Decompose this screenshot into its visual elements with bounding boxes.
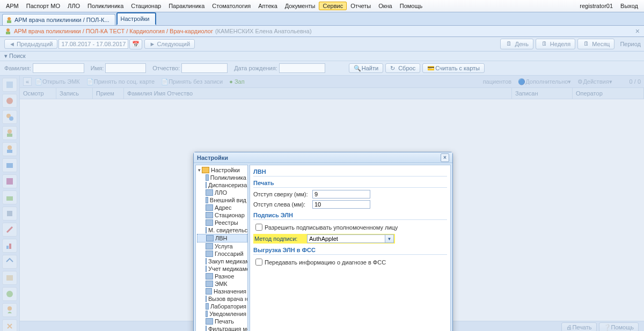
tool-icon-13[interactable] <box>2 271 17 285</box>
tab-settings[interactable]: Настройки <box>116 12 156 25</box>
dob-input[interactable] <box>279 63 325 73</box>
menu-arm[interactable]: АРМ <box>2 2 23 10</box>
collapse-icon[interactable]: « <box>23 77 32 86</box>
settings-tree[interactable]: НастройкиПоликлиникаДиспансеризация/ГЛЛО… <box>195 165 248 331</box>
tree-item[interactable]: Разное <box>197 273 247 280</box>
tree-item[interactable]: ЛВН <box>197 234 247 242</box>
tool-icon-12[interactable] <box>2 255 17 269</box>
chevron-down-icon[interactable]: ▼ <box>385 234 394 243</box>
tool-icon-3[interactable] <box>2 110 17 124</box>
tree-item[interactable]: Стационар <box>197 211 247 219</box>
view-day[interactable]: 🗓День <box>500 39 533 49</box>
next-button[interactable]: ► Следующий <box>144 39 195 49</box>
modal-titlebar[interactable]: Настройки × <box>194 152 452 163</box>
form-icon <box>206 243 213 249</box>
col-operator[interactable]: Оператор <box>573 88 644 99</box>
prev-button[interactable]: ◄ Предыдущий <box>4 39 57 49</box>
more-button[interactable]: 🔵 Дополнительно ▾ <box>518 78 571 85</box>
close-icon[interactable]: × <box>441 153 449 162</box>
col-osmotr[interactable]: Осмотр <box>20 88 56 99</box>
accept-noreg-button[interactable]: 📄 Принять без записи <box>161 78 223 85</box>
tool-icon-4[interactable] <box>2 126 17 140</box>
menu-documents[interactable]: Документы <box>281 2 319 10</box>
search-header[interactable]: ▾ Поиск <box>0 52 644 61</box>
menu-passport[interactable]: Паспорт МО <box>23 2 64 10</box>
tree-item[interactable]: Поликлиника <box>197 174 247 181</box>
close-icon[interactable]: × <box>635 27 640 35</box>
tree-item[interactable]: Реестры <box>197 219 247 226</box>
tree-item[interactable]: М. свидетельства <box>197 226 247 234</box>
tool-icon-5[interactable] <box>2 142 17 156</box>
menu-llo[interactable]: ЛЛО <box>64 2 84 10</box>
find-button[interactable]: 🔍Найти <box>349 63 383 73</box>
tree-item[interactable]: Внешний вид <box>197 196 247 204</box>
tool-icon-11[interactable] <box>2 239 17 253</box>
otch-input[interactable] <box>181 63 228 73</box>
tree-item[interactable]: Закуп медикаменто <box>197 258 247 265</box>
tab-arm[interactable]: АРМ врача поликлиники / ПОЛ-К... <box>2 14 115 25</box>
col-priem[interactable]: Прием <box>93 88 124 99</box>
menu-service[interactable]: Сервис <box>319 2 347 10</box>
calendar-icon[interactable]: 📅 <box>129 39 142 49</box>
svg-rect-15 <box>7 211 12 216</box>
fam-input[interactable] <box>33 63 84 73</box>
tree-item[interactable]: Печать <box>197 318 247 325</box>
form-icon <box>206 303 209 310</box>
tool-icon-10[interactable] <box>2 223 17 237</box>
tree-item[interactable]: Услуга <box>197 242 247 250</box>
print-button[interactable]: 🖨 Печать <box>561 322 596 331</box>
tool-icon-16[interactable] <box>2 319 17 331</box>
tree-item[interactable]: Лаборатория <box>197 303 247 310</box>
exit-button[interactable]: Выход <box>617 2 642 10</box>
menu-help[interactable]: Помощь <box>396 2 427 10</box>
top-offset-input[interactable] <box>312 190 370 198</box>
tree-item[interactable]: Уведомления <box>197 310 247 318</box>
tree-item[interactable]: Фильтрация мед. п <box>197 325 247 331</box>
tree-item[interactable]: Глоссарий <box>197 250 247 258</box>
open-emk-button[interactable]: 📄 Открыть ЭМК <box>35 78 80 85</box>
name-input[interactable] <box>105 63 146 73</box>
tool-icon-14[interactable] <box>2 287 17 301</box>
menu-polyclinic[interactable]: Поликлиника <box>84 2 127 10</box>
tree-item[interactable]: Учет медикаменто <box>197 265 247 273</box>
menu-dental[interactable]: Стоматология <box>208 2 254 10</box>
form-icon <box>206 326 207 331</box>
form-icon <box>206 273 213 279</box>
reset-button[interactable]: ↻Сброс <box>385 63 420 73</box>
help-button[interactable]: ❔ Помощь <box>599 322 639 332</box>
left-offset-input[interactable] <box>312 200 370 209</box>
tree-item[interactable]: ЛЛО <box>197 189 247 196</box>
date-range-input[interactable] <box>58 39 128 49</box>
tree-item[interactable]: Назначения <box>197 288 247 295</box>
sign-method-select[interactable] <box>307 234 385 243</box>
menu-paraclinic[interactable]: Параклиника <box>165 2 208 10</box>
tree-root[interactable]: Настройки <box>197 166 247 174</box>
tool-icon-2[interactable] <box>2 94 17 108</box>
date-toolbar: ◄ Предыдущий 📅 ► Следующий 🗓День 🗓Неделя… <box>0 37 644 52</box>
tool-icon-9[interactable] <box>2 207 17 220</box>
tree-item[interactable]: Адрес <box>197 204 247 211</box>
accept-card-button[interactable]: 📄 Принять по соц. карте <box>86 78 155 85</box>
view-week[interactable]: 🗓Неделя <box>536 39 575 49</box>
tool-icon-6[interactable] <box>2 158 17 172</box>
tree-item[interactable]: Диспансеризация/Г <box>197 181 247 189</box>
readcard-button[interactable]: 💳Считать с карты <box>422 63 485 73</box>
section-lvn: ЛВН <box>253 168 447 176</box>
col-fio[interactable]: Фамилия Имя Отчество <box>124 88 512 99</box>
tool-icon-7[interactable] <box>2 174 17 188</box>
tree-item[interactable]: ЭМК <box>197 280 247 288</box>
menu-pharmacy[interactable]: Аптека <box>254 2 281 10</box>
menu-hospital[interactable]: Стационар <box>127 2 165 10</box>
tool-icon-15[interactable] <box>2 303 17 317</box>
fss-diag-checkbox[interactable] <box>255 259 262 266</box>
col-zapis[interactable]: Запись <box>56 88 93 99</box>
tool-icon-8[interactable] <box>2 190 17 204</box>
view-month[interactable]: 🗓Месяц <box>577 39 614 49</box>
tool-icon-1[interactable] <box>2 78 17 92</box>
allow-sign-checkbox[interactable] <box>255 224 262 231</box>
menu-windows[interactable]: Окна <box>375 2 396 10</box>
tree-item[interactable]: Вызов врача на до <box>197 295 247 303</box>
actions-button[interactable]: ⚙ Действия ▾ <box>577 78 612 85</box>
menu-reports[interactable]: Отчеты <box>347 2 375 10</box>
col-zapisan[interactable]: Записан <box>512 88 573 99</box>
